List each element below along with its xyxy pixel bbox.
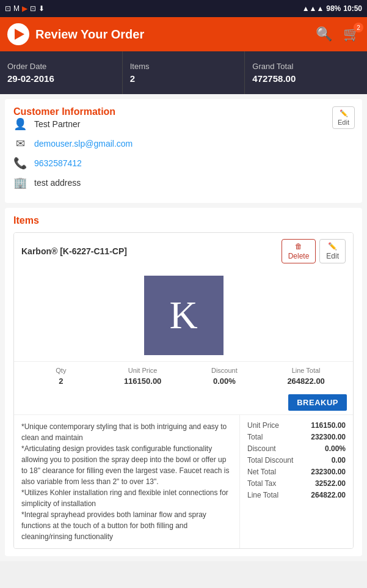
customer-email[interactable]: demouser.slp@gmail.com [34, 139, 133, 149]
page-title: Review Your Order [35, 28, 144, 42]
battery-level: 98% [326, 4, 341, 13]
person-icon: 👤 [13, 117, 27, 131]
play-icon [15, 29, 24, 40]
customer-email-row: ✉ demouser.slp@gmail.com [13, 137, 354, 150]
unit-price-value: 116150.00 [124, 377, 161, 386]
order-date-cell: Order Date 29-02-2016 [0, 51, 123, 94]
app-header: Review Your Order 🔍 🛒 2 [0, 17, 367, 51]
items-section-title: Items [13, 215, 39, 226]
price-breakdown: Unit Price 116150.00 Total 232300.00 Dis… [240, 415, 353, 548]
items-section: Items Karbon® [K-6227-C11-CP] 🗑 Delete ✏… [5, 208, 362, 556]
notification-icon: ⊡ [5, 4, 11, 13]
customer-section-title: Customer Information [13, 106, 115, 117]
app-logo [7, 23, 29, 45]
trash-icon: 🗑 [295, 242, 302, 251]
grand-total-cell: Grand Total 472758.00 [245, 51, 367, 94]
cart-badge: 2 [354, 23, 363, 32]
delete-item-button[interactable]: 🗑 Delete [282, 239, 316, 263]
status-info: ▲▲▲ 98% 10:50 [302, 4, 362, 13]
breakdown-total: Total 232300.00 [247, 433, 346, 441]
customer-edit-button[interactable]: ✏️ Edit [332, 106, 355, 129]
discount-cell: Discount 0.00% [184, 367, 266, 386]
qty-cell: Qty 2 [20, 367, 102, 386]
item-image: K [144, 276, 223, 355]
header-left: Review Your Order [7, 23, 144, 45]
customer-address-row: 🏢 test address [13, 176, 354, 189]
customer-information-section: Customer Information ✏️ Edit 👤 Test Part… [5, 99, 362, 203]
breakup-row: BREAKUP [14, 391, 353, 414]
item-image-letter: K [169, 293, 197, 338]
search-icon[interactable]: 🔍 [316, 26, 332, 42]
breakdown-total-tax: Total Tax 32522.00 [247, 479, 346, 488]
breakdown-unit-price: Unit Price 116150.00 [247, 421, 346, 430]
cart-icon-container[interactable]: 🛒 2 [343, 26, 360, 42]
line-total-label: Line Total [292, 367, 321, 374]
order-summary: Order Date 29-02-2016 Items 2 Grand Tota… [0, 51, 367, 94]
email-icon: ✉ [13, 137, 27, 150]
customer-phone-row: 📞 9632587412 [13, 156, 354, 170]
unit-price-cell: Unit Price 116150.00 [102, 367, 184, 386]
item-details: *Unique contemporary styling that is bot… [14, 414, 353, 548]
qty-label: Qty [56, 367, 66, 374]
item-name: Karbon® [K-6227-C11-CP] [21, 246, 127, 256]
item-image-container: K [14, 270, 353, 361]
grand-total-value: 472758.00 [252, 73, 360, 84]
description-text: *Unique contemporary styling that is bot… [21, 422, 229, 541]
location-icon: 🏢 [13, 176, 27, 189]
discount-label: Discount [211, 367, 238, 374]
item-header: Karbon® [K-6227-C11-CP] 🗑 Delete ✏️ Edit [14, 233, 353, 270]
line-total-value: 264822.00 [287, 377, 324, 386]
content-area: Customer Information ✏️ Edit 👤 Test Part… [0, 94, 367, 561]
youtube-icon: ▶ [22, 4, 27, 13]
item-pricing-row: Qty 2 Unit Price 116150.00 Discount 0.00… [14, 361, 353, 391]
grand-total-label: Grand Total [252, 62, 360, 71]
wifi-signal: ▲▲▲ [302, 4, 324, 13]
phone-icon: 📞 [13, 156, 27, 170]
item-card: Karbon® [K-6227-C11-CP] 🗑 Delete ✏️ Edit… [13, 232, 354, 549]
qty-value: 2 [59, 377, 63, 386]
order-date-label: Order Date [7, 62, 115, 71]
misc-icon: ⊡ [30, 4, 36, 13]
customer-name-row: 👤 Test Partner [13, 117, 354, 131]
order-date-value: 29-02-2016 [7, 73, 115, 84]
breakup-button[interactable]: BREAKUP [288, 394, 347, 411]
status-icons: ⊡ M ▶ ⊡ ⬇ [5, 4, 45, 13]
breakdown-discount: Discount 0.00% [247, 444, 346, 453]
breakdown-net-total: Net Total 232300.00 [247, 468, 346, 476]
header-actions: 🔍 🛒 2 [316, 26, 360, 42]
items-label: Items [130, 62, 238, 71]
pencil-icon: ✏️ [340, 109, 348, 117]
items-count-cell: Items 2 [123, 51, 245, 94]
gmail-icon: M [13, 4, 20, 13]
clock: 10:50 [343, 4, 362, 13]
customer-phone[interactable]: 9632587412 [34, 158, 82, 168]
customer-name: Test Partner [34, 119, 80, 129]
edit-item-button[interactable]: ✏️ Edit [319, 239, 346, 263]
item-description: *Unique contemporary styling that is bot… [14, 415, 240, 548]
customer-address: test address [34, 178, 81, 188]
unit-price-label: Unit Price [128, 367, 158, 374]
item-actions: 🗑 Delete ✏️ Edit [282, 239, 346, 263]
breakdown-total-discount: Total Discount 0.00 [247, 456, 346, 465]
discount-value: 0.00% [213, 377, 236, 386]
status-bar: ⊡ M ▶ ⊡ ⬇ ▲▲▲ 98% 10:50 [0, 0, 367, 17]
download-icon: ⬇ [38, 4, 45, 13]
breakdown-line-total: Line Total 264822.00 [247, 491, 346, 499]
line-total-cell: Line Total 264822.00 [265, 367, 347, 386]
edit-icon: ✏️ [328, 242, 337, 251]
items-value: 2 [130, 73, 238, 84]
